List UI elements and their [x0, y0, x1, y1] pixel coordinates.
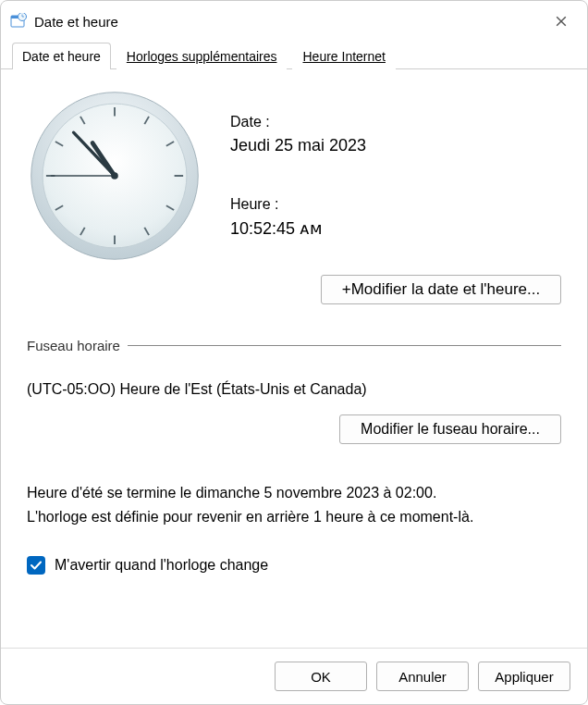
time-label: Heure : [230, 196, 366, 213]
tab-content: Date : Jeudi 25 mai 2023 Heure : 10:52:4… [1, 69, 587, 648]
tab-date-time[interactable]: Date et heure [12, 43, 111, 69]
ok-button[interactable]: OK [275, 662, 367, 691]
tab-internet-time[interactable]: Heure Internet [292, 43, 396, 69]
app-clock-icon [10, 13, 27, 30]
notify-checkbox[interactable] [27, 556, 45, 575]
tab-additional-clocks[interactable]: Horloges supplémentaires [116, 43, 288, 69]
date-time-dialog: Date et heure Date et heure Horloges sup… [0, 0, 588, 705]
analog-clock [27, 88, 202, 264]
window-title: Date et heure [34, 14, 537, 30]
dst-line1: Heure d'été se termine le dimanche 5 nov… [27, 481, 561, 505]
close-button[interactable] [545, 8, 578, 34]
change-datetime-button[interactable]: +Modifier la date et l'heure... [321, 275, 561, 304]
date-value: Jeudi 25 mai 2023 [230, 136, 366, 155]
timezone-group-label: Fuseau horaire [27, 338, 120, 353]
titlebar: Date et heure [1, 1, 587, 42]
dialog-footer: OK Annuler Appliquer [1, 648, 587, 704]
tab-strip: Date et heure Horloges supplémentaires H… [1, 42, 587, 69]
dst-line2: L'horloge est définie pour revenir en ar… [27, 505, 561, 529]
apply-button[interactable]: Appliquer [478, 662, 570, 691]
notify-checkbox-label: M'avertir quand l'horloge change [55, 557, 268, 574]
timezone-value: (UTC-05:OO) Heure de l'Est (États-Unis e… [27, 381, 561, 398]
time-value: 10:52:45 ᴀᴍ [230, 218, 366, 239]
svg-point-22 [111, 172, 118, 179]
change-timezone-button[interactable]: Modifier le fuseau horaire... [339, 414, 561, 444]
dst-info: Heure d'été se termine le dimanche 5 nov… [27, 481, 561, 528]
cancel-button[interactable]: Annuler [376, 662, 469, 691]
timezone-group-header: Fuseau horaire [27, 338, 561, 353]
date-label: Date : [230, 114, 366, 130]
